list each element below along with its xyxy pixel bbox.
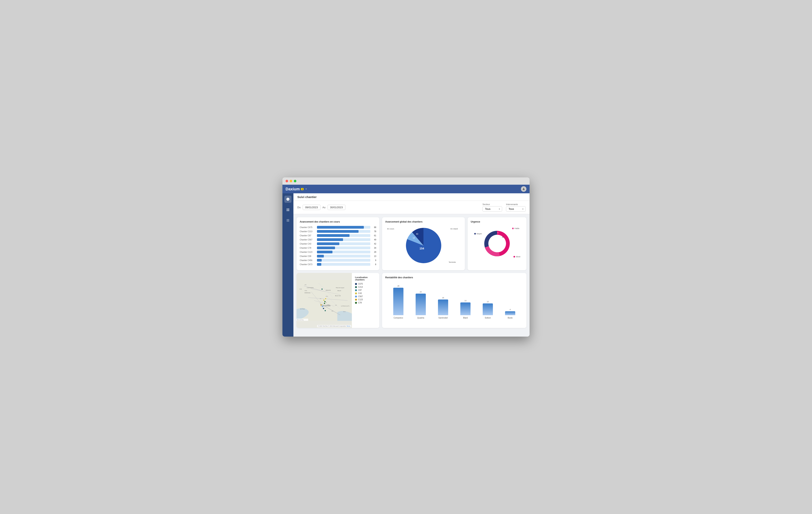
rent-bar-col: 12 Sotkon	[483, 303, 493, 319]
svg-text:A55: A55	[304, 284, 307, 286]
bar-value: 42	[372, 243, 376, 245]
legend-label: C43	[358, 292, 362, 294]
bar-label: Chantier C567	[300, 239, 315, 241]
sidebar-item-apps[interactable]	[284, 217, 291, 224]
pie-en-cours-value: 154	[419, 247, 424, 250]
intervenants-label: Intervenants	[506, 203, 526, 206]
bar-fill	[317, 238, 343, 241]
svg-point-35	[322, 306, 323, 307]
bar-item: Chantier C43 42	[300, 242, 376, 245]
close-button[interactable]	[286, 180, 288, 182]
sidebar-item-dashboard[interactable]	[284, 206, 291, 213]
legend-dot	[355, 299, 357, 301]
bar-value: 49	[372, 239, 376, 241]
intervenants-select-wrapper: Tous	[506, 206, 526, 212]
bar-label: Chantier C87	[300, 235, 315, 237]
bar-fill	[317, 230, 358, 233]
bar-value: 29	[372, 251, 376, 253]
sidebar-item-history[interactable]	[284, 196, 291, 203]
legend-label: C87	[358, 289, 362, 291]
legend-dot	[355, 289, 357, 291]
legend-item: C675	[355, 283, 376, 285]
pie-chart: 154 13 43	[404, 226, 443, 265]
avancement-global-title: Avancement global des chantiers	[385, 220, 462, 223]
svg-text:A50: A50	[331, 310, 333, 312]
secteur-select[interactable]: Tous	[483, 206, 502, 212]
svg-text:MADRAGUE: MADRAGUE	[304, 292, 311, 293]
bar-track	[317, 255, 370, 258]
avancement-global-card: Avancement global des chantiers 154 13 4…	[382, 217, 465, 270]
rent-bar-col: 22 Quadria	[416, 294, 426, 319]
rent-bar-label: Compoeco	[394, 317, 403, 319]
app-header: Daxium AI ✦	[283, 185, 529, 193]
minimize-button[interactable]	[290, 180, 292, 182]
rent-bar-col: 13 Blard	[460, 302, 470, 319]
svg-text:Microsoft Bing: Microsoft Bing	[297, 319, 303, 321]
bar-fill	[317, 226, 364, 228]
bar-item: Chantier C456 9	[300, 259, 376, 262]
bar-track	[317, 246, 370, 249]
svg-point-37	[324, 310, 326, 311]
main-layout: Suivi chantier Du 09/01/2023 Au 30/01/20…	[283, 193, 529, 336]
svg-point-36	[323, 308, 324, 309]
bar-label: Chantier C78	[300, 247, 315, 249]
bar-track	[317, 226, 370, 228]
rent-bar-col: 28 Compoeco	[393, 288, 403, 319]
svg-point-30	[325, 298, 326, 299]
legend-dot	[355, 302, 357, 304]
date-to-input[interactable]: 30/01/2023	[327, 205, 345, 210]
rent-bar-val: 4	[510, 308, 511, 310]
svg-point-0	[523, 188, 524, 189]
bar-value: 13	[372, 255, 376, 257]
bar-track	[317, 238, 370, 241]
legend-label: C78	[358, 302, 362, 304]
intervenants-select[interactable]: Tous	[506, 206, 526, 212]
map-card: A55 D568 D568 A507 A507 D4 D44g D21 A50 …	[296, 273, 379, 328]
bar-value: 9	[372, 259, 376, 262]
donut-center	[490, 237, 504, 250]
legend-dot	[355, 292, 357, 294]
svg-text:L'ESTAQION: L'ESTAQION	[307, 287, 314, 288]
bar-item: Chantier C123 29	[300, 251, 376, 253]
rent-bar: 4	[505, 311, 515, 315]
svg-point-33	[324, 303, 325, 304]
bar-track	[317, 263, 370, 266]
rent-bar: 22	[416, 294, 426, 315]
svg-text:A507: A507	[326, 296, 328, 297]
legend-item: C567	[355, 295, 376, 298]
bar-label: Chantier C675	[300, 226, 315, 228]
legend-dot	[355, 286, 357, 288]
bar-value: 8	[372, 263, 376, 266]
donut-moyen-val: 8	[497, 232, 498, 234]
legend-en-cours: En cours	[387, 228, 394, 230]
maximize-button[interactable]	[294, 180, 296, 182]
rent-bar: 13	[460, 302, 470, 315]
map-copyright: © 2023 TomTom © 2023 Microsoft Corporati…	[317, 325, 351, 327]
du-label: Du	[297, 206, 301, 209]
legend-item: C87	[355, 289, 376, 291]
bar-item: Chantier C213 78	[300, 230, 376, 233]
date-from-input[interactable]: 09/01/2023	[302, 205, 320, 210]
user-avatar[interactable]	[521, 186, 526, 192]
bar-value: 34	[372, 247, 376, 249]
rent-bar-val: 13	[464, 300, 466, 302]
rent-bar-val: 12	[487, 301, 489, 303]
secteur-select-wrapper: Tous	[483, 206, 502, 212]
rent-bar-label: Bizdo	[508, 317, 513, 319]
rent-chart-wrapper: 28 Compoeco 22 Quadria 16 Sanimobel 13 B…	[385, 281, 523, 319]
svg-text:BELLE VUE: BELLE VUE	[335, 295, 341, 296]
bar-fill	[317, 242, 339, 245]
secteur-label: Secteur	[483, 203, 502, 206]
bar-item: Chantier C675 88	[300, 226, 376, 228]
bar-track	[317, 230, 370, 233]
avancement-chantiers-card: Avancement des chantiers en cours Chanti…	[296, 217, 379, 270]
svg-text:Plan-de-Cuques: Plan-de-Cuques	[336, 287, 344, 288]
svg-text:D568: D568	[299, 289, 302, 290]
map-legend-title: Localisation chantiers	[355, 276, 376, 281]
bar-label: Chantier C213	[300, 231, 315, 233]
pie-termines-value-inside: 43	[416, 233, 418, 235]
rent-bar-label: Sotkon	[485, 317, 491, 319]
rent-bar-val: 16	[442, 297, 444, 299]
bar-value: 61	[372, 235, 376, 237]
map-svg: A55 D568 D568 A507 A507 D4 D44g D21 A50 …	[296, 273, 352, 328]
